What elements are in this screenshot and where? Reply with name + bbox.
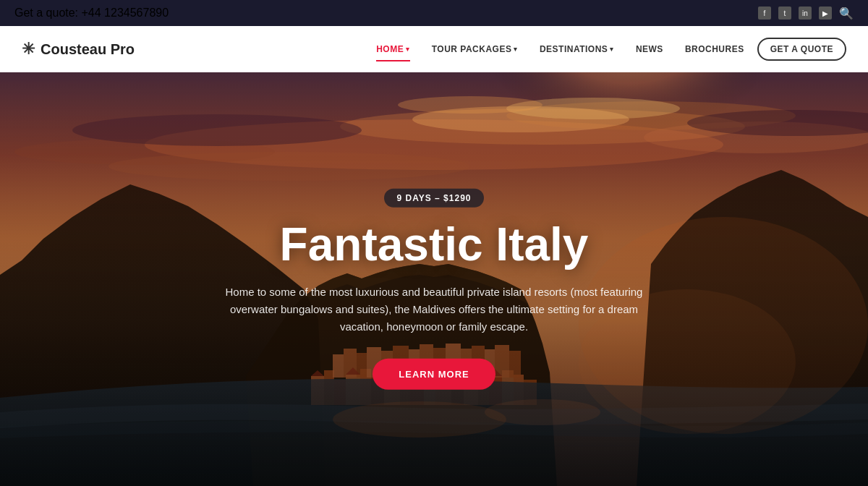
duration-badge: 9 DAYS – $1290 bbox=[384, 189, 485, 208]
facebook-icon[interactable]: f bbox=[758, 7, 771, 20]
nav-item-home[interactable]: HOME ▾ bbox=[367, 38, 419, 60]
youtube-icon[interactable]: ▶ bbox=[819, 7, 832, 20]
logo-icon: ✳ bbox=[22, 40, 35, 59]
learn-more-button[interactable]: LEARN MORE bbox=[373, 359, 495, 390]
chevron-down-icon: ▾ bbox=[406, 46, 410, 53]
search-icon[interactable]: 🔍 bbox=[839, 7, 854, 20]
nav-item-news[interactable]: NEWS bbox=[627, 38, 672, 60]
linkedin-icon[interactable]: in bbox=[799, 7, 812, 20]
top-bar: Get a quote: +44 1234567890 f t in ▶ 🔍 bbox=[0, 0, 868, 26]
chevron-down-icon: ▾ bbox=[514, 46, 518, 53]
hero-description: Home to some of the most luxurious and b… bbox=[217, 284, 651, 336]
nav-item-destinations[interactable]: DESTINATIONS ▾ bbox=[531, 38, 623, 60]
logo[interactable]: ✳ Cousteau Pro bbox=[22, 40, 135, 59]
navigation: HOME ▾ TOUR PACKAGES ▾ DESTINATIONS ▾ NE… bbox=[367, 38, 846, 61]
hero-section: 9 DAYS – $1290 Fantastic Italy Home to s… bbox=[0, 72, 868, 486]
twitter-icon[interactable]: t bbox=[778, 7, 791, 20]
get-quote-button[interactable]: GET A QUOTE bbox=[757, 38, 846, 61]
chevron-down-icon: ▾ bbox=[610, 46, 614, 53]
quote-text: Get a quote: +44 1234567890 bbox=[14, 7, 169, 20]
nav-item-tour-packages[interactable]: TOUR PACKAGES ▾ bbox=[423, 38, 527, 60]
hero-content: 9 DAYS – $1290 Fantastic Italy Home to s… bbox=[181, 189, 687, 390]
nav-item-brochures[interactable]: BROCHURES bbox=[676, 38, 753, 60]
header: ✳ Cousteau Pro HOME ▾ TOUR PACKAGES ▾ DE… bbox=[0, 26, 868, 72]
logo-text: Cousteau Pro bbox=[41, 41, 135, 58]
top-bar-right: f t in ▶ 🔍 bbox=[758, 7, 854, 20]
hero-title: Fantastic Italy bbox=[181, 221, 687, 269]
